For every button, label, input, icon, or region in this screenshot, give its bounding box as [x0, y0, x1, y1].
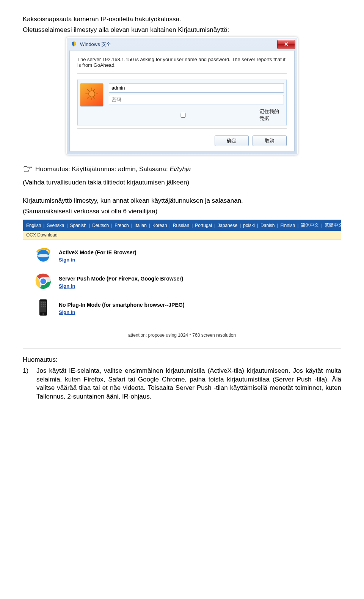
- language-link[interactable]: Korean: [152, 223, 167, 228]
- ie-icon: [35, 246, 52, 266]
- username-input[interactable]: [109, 83, 284, 93]
- pointing-hand-icon: ☞: [23, 163, 33, 175]
- separator: |: [111, 223, 112, 228]
- separator: |: [240, 223, 241, 228]
- separator: |: [169, 223, 171, 228]
- shield-icon: [71, 41, 77, 48]
- doc-line-5: (Samanaikaisesti verkossa voi olla 6 vie…: [23, 207, 341, 216]
- language-link[interactable]: Russian: [173, 223, 189, 228]
- language-link[interactable]: Spanish: [70, 223, 86, 228]
- svg-point-0: [89, 91, 95, 97]
- signin-link-noplugin[interactable]: Sign in: [59, 309, 184, 315]
- signin-link-activex[interactable]: Sign in: [59, 257, 136, 263]
- separator: |: [67, 223, 68, 228]
- dialog-title: Windows 安全: [80, 41, 111, 48]
- attention-text: attention: propose using 1024 * 768 scre…: [35, 325, 329, 345]
- mode-noplugin-title: No Plug-In Mode (for smartphone browser-…: [59, 302, 184, 308]
- language-link[interactable]: Svenska: [47, 223, 64, 228]
- language-link[interactable]: 繁體中文: [325, 222, 341, 229]
- language-link[interactable]: Italian: [135, 223, 147, 228]
- language-link[interactable]: Danish: [260, 223, 275, 228]
- separator: |: [191, 223, 193, 228]
- note-credentials: Huomautus: Käyttäjätunnus: admin, Salasa…: [35, 163, 191, 173]
- svg-rect-11: [41, 304, 42, 306]
- password-input[interactable]: [109, 95, 284, 104]
- user-avatar-icon: [80, 83, 104, 107]
- mode-serverpush-title: Server Push Mode (For FireFox, Google Br…: [59, 276, 183, 282]
- close-button[interactable]: [277, 40, 295, 49]
- remember-label: 记住我的凭据: [259, 108, 284, 122]
- svg-rect-12: [43, 304, 44, 306]
- svg-rect-10: [45, 302, 46, 304]
- language-bar: English | Svenska | Spanish | Deutsch | …: [23, 220, 341, 231]
- svg-rect-13: [45, 304, 46, 306]
- svg-point-17: [42, 314, 44, 315]
- separator: |: [43, 223, 44, 228]
- separator: |: [277, 223, 278, 228]
- language-link[interactable]: Portugal: [195, 223, 212, 228]
- cancel-button[interactable]: 取消: [253, 136, 287, 146]
- chrome-icon: [35, 273, 52, 292]
- language-link[interactable]: French: [115, 223, 129, 228]
- windows-security-dialog: Windows 安全 The server 192.168.1.150 is a…: [66, 37, 298, 155]
- language-link[interactable]: polski: [243, 223, 255, 228]
- separator: |: [321, 223, 322, 228]
- signin-link-serverpush[interactable]: Sign in: [59, 283, 183, 289]
- svg-rect-16: [45, 306, 46, 307]
- divider: [77, 73, 287, 74]
- language-link[interactable]: Deutsch: [92, 223, 109, 228]
- separator: |: [131, 223, 132, 228]
- remember-checkbox[interactable]: [110, 113, 256, 118]
- doc-line-3: (Vaihda turvallisuuden takia tilitiedot …: [23, 178, 341, 187]
- dialog-message: The server 192.168.1.150 is asking for y…: [77, 57, 287, 68]
- language-link[interactable]: Japanese: [218, 223, 237, 228]
- svg-rect-8: [41, 302, 42, 304]
- svg-rect-9: [43, 302, 44, 304]
- login-page-screenshot: English | Svenska | Spanish | Deutsch | …: [23, 219, 341, 349]
- svg-rect-15: [43, 306, 44, 307]
- separator: |: [89, 223, 90, 228]
- language-link[interactable]: Finnish: [281, 223, 295, 228]
- close-icon: [284, 42, 289, 47]
- language-link[interactable]: English: [26, 223, 41, 228]
- separator: |: [149, 223, 150, 228]
- language-link[interactable]: 简体中文: [301, 222, 319, 229]
- ocx-download-link[interactable]: OCX Download: [23, 231, 341, 240]
- note2-heading: Huomautus:: [23, 356, 341, 364]
- separator: |: [297, 223, 298, 228]
- mode-activex-title: ActiveX Mode (For IE Browser): [59, 249, 136, 255]
- svg-point-2: [37, 254, 49, 258]
- divider: [77, 128, 287, 129]
- list-number: 1): [23, 367, 31, 402]
- svg-rect-14: [41, 306, 42, 307]
- doc-line-4: Kirjautumisnäyttö ilmestyy, kun annat oi…: [23, 197, 341, 205]
- doc-line-2: Oletusselaimeesi ilmestyy alla olevan ku…: [23, 26, 341, 34]
- separator: |: [214, 223, 215, 228]
- list-body: Jos käytät IE-selainta, valitse ensimmäi…: [36, 367, 341, 402]
- separator: |: [257, 223, 258, 228]
- ok-button[interactable]: 确定: [215, 136, 249, 146]
- smartphone-icon: [35, 299, 52, 318]
- doc-line-1: Kaksoisnapsauta kameran IP-osoitetta hak…: [23, 15, 341, 24]
